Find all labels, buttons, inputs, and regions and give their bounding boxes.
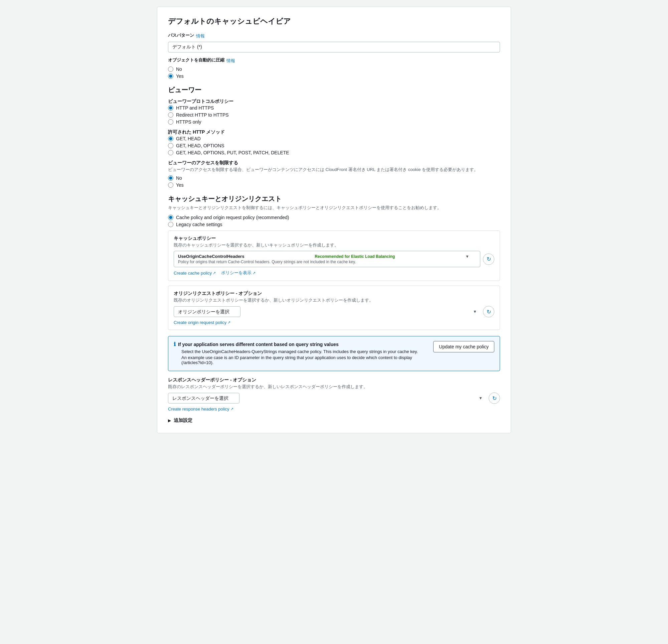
legacy-cache-option[interactable]: Legacy cache settings — [168, 222, 500, 227]
http-methods-radio-group: GET, HEAD GET, HEAD, OPTIONS GET, HEAD, … — [168, 136, 500, 155]
cache-key-heading: キャッシュキーとオリジンリクエスト — [168, 194, 500, 204]
origin-request-policy-label: オリジンリクエストポリシー - オプション — [174, 290, 494, 297]
method-get-head-options-radio[interactable] — [168, 143, 173, 148]
auto-compress-yes[interactable]: Yes — [168, 74, 500, 79]
method-get-head-label: GET, HEAD — [176, 136, 201, 141]
additional-settings-section[interactable]: ▶ 追加設定 — [168, 418, 500, 423]
auto-compress-section: オブジェクトを自動的に圧縮 情報 No Yes — [168, 57, 500, 79]
origin-policy-select[interactable]: オリジンポリシーを選択 — [174, 306, 241, 317]
origin-policy-select-container: オリジンポリシーを選択 ▼ — [174, 306, 480, 317]
main-container: デフォルトのキャッシュビヘイビア パスパターン 情報 オブジェクトを自動的に圧縮… — [157, 7, 511, 433]
auto-compress-yes-radio[interactable] — [168, 74, 173, 79]
create-cache-policy-link[interactable]: Create cache policy ↗ — [174, 270, 216, 276]
protocol-https-only-label: HTTPS only — [176, 119, 201, 124]
response-headers-dropdown-icon: ▼ — [479, 396, 483, 401]
cache-policy-refresh-icon: ↻ — [487, 256, 491, 262]
method-get-head-options-label: GET, HEAD, OPTIONS — [176, 143, 225, 148]
cache-policy-badge: Recommended for Elastic Load Balancing — [315, 254, 395, 259]
method-get-head-radio[interactable] — [168, 136, 173, 141]
cache-policy-dropdown[interactable]: UseOriginCacheControlHeaders Recommended… — [174, 251, 480, 267]
restrict-access-section: ビューワーのアクセスを制限する ビューワーのアクセスを制限する場合、ビューワーが… — [168, 160, 500, 188]
response-headers-description: 既存のレスポンスヘッダーポリシーを選択するか、新しいレスポンスヘッダーポリシーを… — [168, 384, 500, 390]
response-headers-select-container: レスポンスヘッダーを選択 ▼ — [168, 393, 486, 404]
info-banner-content: ℹ If your application serves different c… — [174, 341, 428, 366]
additional-settings-expand-icon: ▶ — [168, 418, 171, 423]
legacy-cache-radio[interactable] — [168, 222, 173, 227]
response-headers-section: レスポンスヘッダーポリシー - オプション 既存のレスポンスヘッダーポリシーを選… — [168, 377, 500, 411]
auto-compress-no-label: No — [176, 66, 182, 72]
auto-compress-info-link[interactable]: 情報 — [226, 58, 235, 64]
protocol-http-https-radio[interactable] — [168, 105, 173, 110]
protocol-policy-radio-group: HTTP and HTTPS Redirect HTTP to HTTPS HT… — [168, 105, 500, 124]
cache-policy-refresh-button[interactable]: ↻ — [483, 254, 494, 265]
update-cache-policy-button[interactable]: Update my cache policy — [433, 341, 494, 353]
view-policy-link[interactable]: ポリシーを表示 ↗ — [221, 270, 256, 276]
origin-policy-refresh-icon: ↻ — [487, 309, 491, 315]
path-pattern-label: パスパターン — [168, 32, 194, 39]
http-methods-label: 許可された HTTP メソッド — [168, 129, 500, 135]
protocol-redirect-radio[interactable] — [168, 112, 173, 118]
cache-policy-label: Cache policy and origin request policy (… — [176, 215, 289, 220]
create-cache-policy-ext-icon: ↗ — [213, 271, 216, 275]
protocol-policy-label: ビューワープロトコルポリシー — [168, 99, 500, 105]
origin-policy-dropdown-icon: ▼ — [473, 309, 477, 314]
viewer-section: ビューワー ビューワープロトコルポリシー HTTP and HTTPS Redi… — [168, 86, 500, 188]
method-get-head-options[interactable]: GET, HEAD, OPTIONS — [168, 143, 500, 148]
method-all-radio[interactable] — [168, 150, 173, 155]
protocol-redirect-label: Redirect HTTP to HTTPS — [176, 112, 229, 118]
response-headers-refresh-icon: ↻ — [492, 395, 497, 402]
cache-key-description: キャッシュキーとオリジンリクエストを制御するには、キャッシュポリシーとオリジンリ… — [168, 205, 500, 211]
auto-compress-yes-label: Yes — [176, 74, 184, 79]
cache-policy-sub-description: 既存のキャッシュポリシーを選択するか、新しいキャッシュポリシーを作成します。 — [174, 242, 494, 248]
create-response-headers-ext-icon: ↗ — [230, 407, 233, 411]
method-all[interactable]: GET, HEAD, OPTIONS, PUT, POST, PATCH, DE… — [168, 150, 500, 155]
protocol-http-https-label: HTTP and HTTPS — [176, 105, 214, 110]
response-headers-refresh-button[interactable]: ↻ — [489, 392, 500, 404]
view-policy-label: ポリシーを表示 — [221, 270, 252, 276]
protocol-redirect-http[interactable]: Redirect HTTP to HTTPS — [168, 112, 500, 118]
cache-key-mode-group: Cache policy and origin request policy (… — [168, 215, 500, 227]
protocol-https-only[interactable]: HTTPS only — [168, 119, 500, 124]
create-response-headers-label: Create response headers policy — [168, 406, 229, 411]
create-origin-request-policy-link[interactable]: Create origin request policy ↗ — [174, 320, 494, 325]
protocol-policy-section: ビューワープロトコルポリシー HTTP and HTTPS Redirect H… — [168, 99, 500, 124]
cache-policy-radio[interactable] — [168, 215, 173, 220]
http-methods-section: 許可された HTTP メソッド GET, HEAD GET, HEAD, OPT… — [168, 129, 500, 155]
restrict-yes-radio[interactable] — [168, 182, 173, 188]
info-banner-title: ℹ If your application serves different c… — [174, 341, 428, 347]
restrict-access-description: ビューワーのアクセスを制限する場合、ビューワーがコンテンツにアクセスには Clo… — [168, 167, 500, 173]
method-get-head[interactable]: GET, HEAD — [168, 136, 500, 141]
origin-request-policy-description: 既存のオリジンリクエストポリシーを選択するか、新しいオリジンリクエストポリシーを… — [174, 297, 494, 303]
restrict-access-radio-group: No Yes — [168, 175, 500, 188]
cache-policy-box: キャッシュポリシー 既存のキャッシュポリシーを選択するか、新しいキャッシュポリシ… — [168, 230, 500, 281]
additional-settings-label[interactable]: 追加設定 — [174, 418, 192, 423]
path-pattern-info-link[interactable]: 情報 — [196, 33, 205, 39]
restrict-access-label: ビューワーのアクセスを制限する — [168, 160, 500, 166]
cache-key-section: キャッシュキーとオリジンリクエスト キャッシュキーとオリジンリクエストを制御する… — [168, 194, 500, 330]
cache-policy-dropdown-arrow: ▼ — [465, 254, 469, 259]
path-pattern-section: パスパターン 情報 — [168, 32, 500, 57]
page-title: デフォルトのキャッシュビヘイビア — [168, 16, 500, 26]
path-pattern-input[interactable] — [168, 42, 500, 53]
protocol-http-https[interactable]: HTTP and HTTPS — [168, 105, 500, 110]
auto-compress-no[interactable]: No — [168, 66, 500, 72]
protocol-https-only-radio[interactable] — [168, 119, 173, 124]
restrict-yes[interactable]: Yes — [168, 182, 500, 188]
auto-compress-label: オブジェクトを自動的に圧縮 — [168, 57, 225, 63]
auto-compress-no-radio[interactable] — [168, 66, 173, 72]
cache-policy-sub-label: キャッシュポリシー — [174, 236, 494, 241]
restrict-no[interactable]: No — [168, 175, 500, 181]
info-banner: ℹ If your application serves different c… — [168, 336, 500, 371]
cache-policy-select-container: UseOriginCacheControlHeaders Recommended… — [174, 251, 480, 267]
cache-policy-option[interactable]: Cache policy and origin request policy (… — [168, 215, 500, 220]
auto-compress-radio-group: No Yes — [168, 66, 500, 79]
info-banner-title-text: If your application serves different con… — [178, 342, 339, 347]
info-banner-line2: An example use case is an ID parameter i… — [174, 355, 428, 365]
response-headers-select[interactable]: レスポンスヘッダーを選択 — [168, 393, 240, 404]
restrict-no-radio[interactable] — [168, 175, 173, 181]
create-origin-request-policy-label: Create origin request policy — [174, 320, 226, 325]
create-response-headers-link[interactable]: Create response headers policy ↗ — [168, 406, 500, 411]
cache-policy-select-wrapper: UseOriginCacheControlHeaders Recommended… — [174, 251, 494, 267]
origin-request-policy-box: オリジンリクエストポリシー - オプション 既存のオリジンリクエストポリシーを選… — [168, 286, 500, 330]
origin-policy-refresh-button[interactable]: ↻ — [483, 306, 494, 317]
